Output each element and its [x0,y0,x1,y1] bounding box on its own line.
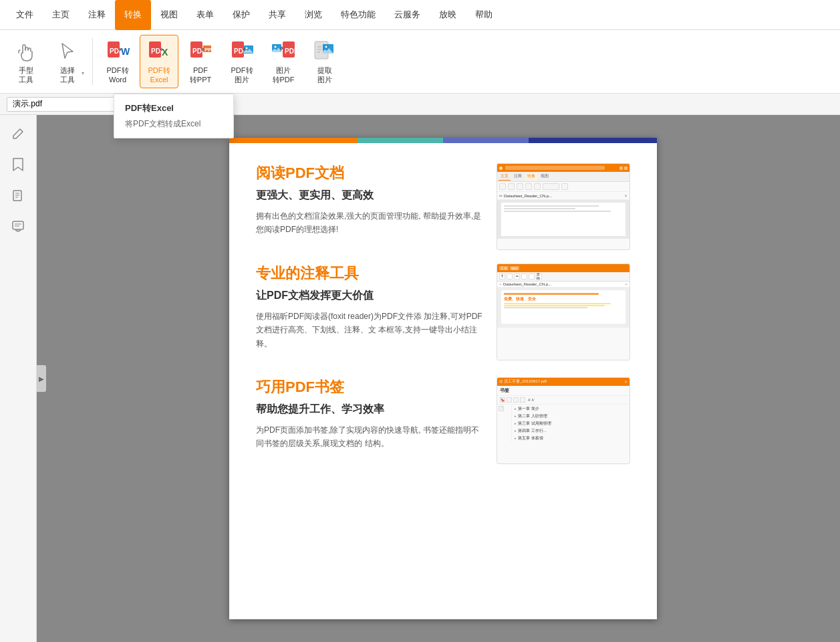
dropdown-title: PDF转Excel [125,102,223,114]
menu-help[interactable]: 帮助 [466,0,502,30]
svg-text:PPT: PPT [204,47,213,53]
section2-text: 使用福昕PDF阅读器(foxit reader)为PDF文件添 加注释,可对PD… [256,310,483,350]
section1-subtitle: 更强大、更实用、更高效 [256,189,483,203]
menu-share[interactable]: 共享 [259,0,295,30]
select-icon [55,39,80,64]
pdf-word-label: PDF转Word [107,66,129,84]
color-bar-blue [443,138,529,143]
extract-label: 提取图片 [317,66,332,84]
pdf-section-2: 专业的注释工具 让PDF文档发挥更大价值 使用福昕PDF阅读器(foxit re… [256,263,630,350]
toolbar: 手型工具 选择工具 PDF W PDF转Word PDF [0,30,840,94]
pdf-ppt-icon: PDF PPT [188,39,213,64]
section3-screenshot: 员工手册_20120917.pdf ✕ 书签 🔖 A' A' [497,377,630,464]
separator-1 [92,38,93,85]
select-tool-button[interactable]: 选择工具 [48,35,87,88]
svg-text:X: X [162,47,168,58]
color-bar-orange [229,138,358,143]
pdf-content: 阅读PDF文档 更强大、更实用、更高效 拥有出色的文档渲染效果,强大的页面管理功… [229,143,657,498]
image-pdf-icon: PDF [271,39,296,64]
svg-point-15 [275,46,277,48]
section3-subtitle: 帮助您提升工作、学习效率 [256,403,483,417]
dropdown-tooltip: PDF转Excel 将PDF文档转成Excel [114,94,234,138]
extract-icon [312,39,337,64]
svg-text:PDF: PDF [285,47,296,55]
menu-home[interactable]: 主页 [43,0,79,30]
hand-tool-button[interactable]: 手型工具 [7,35,45,88]
select-tool-label: 选择工具 [60,66,75,84]
svg-point-20 [325,46,327,48]
main-area: ▶ 阅读PDF文档 更强大、更实用、更高效 拥有出色的文档渲染效果,强大的页面管… [0,115,840,642]
section2-title: 专业的注释工具 [256,263,483,284]
menu-bar: 文件 主页 注释 转换 视图 表单 保护 共享 浏览 特色功能 云服务 放映 帮… [0,0,840,30]
extract-image-button[interactable]: 提取图片 [305,35,344,88]
pdf-to-image-button[interactable]: PDF PDF转图片 [223,35,261,88]
color-bar-teal [358,138,443,143]
comment-sidebar-icon[interactable] [6,214,30,238]
svg-point-13 [246,47,248,49]
pdf-excel-label: PDF转Excel [148,66,170,84]
image-to-pdf-button[interactable]: PDF 图片转PDF [264,35,303,88]
pdf-image-label: PDF转图片 [231,66,253,84]
section2-screenshot: 工具 编辑 T ✏ 文件 [497,263,630,360]
collapse-button[interactable]: ▶ [37,365,46,392]
menu-protect[interactable]: 保护 [223,0,259,30]
section1-screenshot: 主页 注释 转换 视图 [497,163,630,250]
menu-annotate[interactable]: 注释 [79,0,115,30]
menu-file[interactable]: 文件 [7,0,43,30]
svg-rect-22 [13,221,23,229]
pages-sidebar-icon[interactable] [6,183,30,207]
menu-browse[interactable]: 浏览 [295,0,331,30]
menu-special[interactable]: 特色功能 [331,0,385,30]
left-sidebar [0,115,37,642]
section1-text: 拥有出色的文档渲染效果,强大的页面管理功能, 帮助提升效率,是您阅读PDF的理想… [256,209,483,237]
menu-form[interactable]: 表单 [187,0,223,30]
dropdown-description: 将PDF文档转成Excel [125,118,223,130]
content-area: ▶ 阅读PDF文档 更强大、更实用、更高效 拥有出色的文档渲染效果,强大的页面管… [37,115,840,642]
hand-tool-label: 手型工具 [19,66,33,84]
section1-title: 阅读PDF文档 [256,163,483,183]
hand-icon [13,39,39,64]
bookmark-sidebar-icon[interactable] [6,152,30,177]
section2-subtitle: 让PDF文档发挥更大价值 [256,289,483,303]
pdf-section-3: 巧用PDF书签 帮助您提升工作、学习效率 为PDF页面添加书签,除了实现内容的快… [256,377,630,451]
image-pdf-label: 图片转PDF [273,66,295,84]
color-bar-darkblue [529,138,657,143]
pdf-to-word-button[interactable]: PDF W PDF转Word [98,35,137,88]
pdf-to-excel-button[interactable]: PDF X PDF转Excel [140,35,178,88]
menu-convert[interactable]: 转换 [115,0,151,30]
menu-view[interactable]: 视图 [151,0,187,30]
pdf-section-1: 阅读PDF文档 更强大、更实用、更高效 拥有出色的文档渲染效果,强大的页面管理功… [256,163,630,237]
pdf-image-icon: PDF [229,39,255,64]
pencil-sidebar-icon[interactable] [6,122,30,146]
pdf-color-bar [229,138,657,143]
pdf-preview-page: 阅读PDF文档 更强大、更实用、更高效 拥有出色的文档渲染效果,强大的页面管理功… [229,138,657,619]
pdf-to-ppt-button[interactable]: PDF PPT PDF转PPT [181,35,220,88]
svg-text:W: W [121,46,130,57]
section3-text: 为PDF页面添加书签,除了实现内容的快速导航, 书签还能指明不同书签的层级关系,… [256,423,483,451]
menu-slideshow[interactable]: 放映 [430,0,466,30]
section3-title: 巧用PDF书签 [256,377,483,397]
menu-cloud[interactable]: 云服务 [385,0,430,30]
pdf-excel-icon: PDF X [146,39,172,64]
pdf-word-icon: PDF W [105,39,130,64]
pdf-ppt-label: PDF转PPT [190,66,211,84]
